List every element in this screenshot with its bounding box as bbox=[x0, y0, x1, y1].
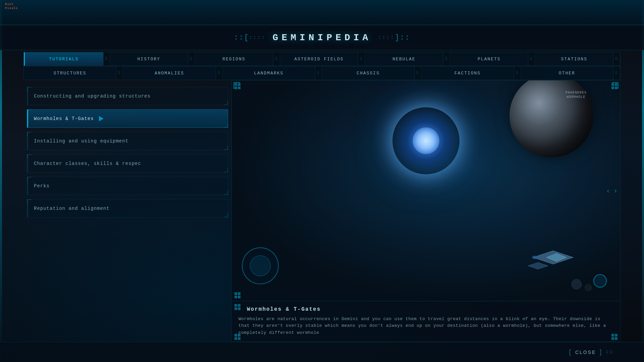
tab-stations[interactable]: STATIONS bbox=[535, 52, 613, 66]
close-bracket-right: ] bbox=[599, 348, 602, 356]
list-item-label: Constructing and upgrading structures bbox=[34, 94, 151, 99]
title-dots-left: :::: bbox=[249, 35, 266, 40]
corner-br bbox=[224, 101, 228, 105]
tab-asteroid-fields[interactable]: ASTEROID FIELDS bbox=[280, 52, 359, 66]
list-item-reputation[interactable]: Reputation and alignment bbox=[27, 199, 228, 218]
tab-anomalies[interactable]: ANOMALIES bbox=[123, 66, 216, 80]
list-item-label: Wormholes & T-Gates bbox=[34, 116, 94, 121]
bracket-right: ]:: bbox=[395, 34, 410, 42]
sep-6: ⠿ bbox=[528, 52, 535, 66]
grid-cell bbox=[238, 337, 240, 340]
grid-cell bbox=[234, 334, 237, 337]
grid-icon-text-br bbox=[611, 334, 618, 340]
detail-text-area: Wormholes & T-Gates Wormholes are natura… bbox=[231, 301, 621, 342]
left-panel: Constructing and upgrading structures Wo… bbox=[23, 80, 231, 342]
side-bar-right bbox=[642, 0, 644, 362]
tab-history[interactable]: HISTORY bbox=[110, 52, 189, 66]
grid-cell bbox=[234, 304, 237, 307]
grid-cell bbox=[611, 334, 614, 337]
tab-planets[interactable]: PLANETS bbox=[450, 52, 529, 66]
svg-marker-3 bbox=[528, 262, 548, 269]
grid-icon-tl bbox=[234, 83, 240, 89]
list-item-character[interactable]: Character classes, skills & respec bbox=[27, 154, 228, 173]
nav-row-2: STRUCTURES ⠿ ANOMALIES ⠿ LANDMARKS ⠿ CHA… bbox=[23, 66, 621, 80]
detail-title: Wormholes & T-Gates bbox=[247, 306, 613, 312]
ships-svg bbox=[526, 241, 580, 274]
grid-cell bbox=[234, 83, 237, 86]
grid-cell bbox=[615, 334, 618, 337]
grid-cell bbox=[611, 83, 614, 86]
list-item-equipment[interactable]: Installing and using equipment bbox=[27, 132, 228, 150]
close-dots: ⠿⠿ bbox=[606, 350, 614, 355]
grid-cell bbox=[234, 307, 237, 310]
grid-icon-bl bbox=[234, 292, 240, 298]
grid-cell bbox=[611, 86, 614, 89]
grid-cell bbox=[615, 86, 618, 89]
right-panel: PHAENERES WORMHOLE bbox=[231, 80, 621, 342]
list-item-label: Installing and using equipment bbox=[34, 138, 128, 144]
nav-row-1: TUTORIALS ⠿ HISTORY ⠿ REGIONS ⠿ ASTEROID… bbox=[23, 52, 621, 66]
sep2-4: ⠿ bbox=[415, 66, 421, 80]
sep2-5: ⠿ bbox=[514, 66, 521, 80]
logo-line1: Riot bbox=[5, 3, 18, 7]
list-item-construct[interactable]: Constructing and upgrading structures bbox=[27, 87, 228, 105]
sep-2: ⠿ bbox=[188, 52, 195, 66]
tab-factions[interactable]: FACTIONS bbox=[421, 66, 514, 80]
close-bracket-left: [ bbox=[569, 348, 572, 356]
detail-image: PHAENERES WORMHOLE bbox=[231, 80, 621, 301]
grid-cell bbox=[238, 304, 240, 307]
corner-br bbox=[224, 168, 228, 172]
list-item-label: Perks bbox=[34, 183, 50, 189]
sep2-3: ⠿ bbox=[315, 66, 322, 80]
grid-cell bbox=[611, 337, 614, 340]
bracket-left: ::[ bbox=[234, 34, 249, 42]
close-label: CLOSE bbox=[575, 350, 596, 355]
tab-structures[interactable]: STRUCTURES bbox=[24, 66, 116, 80]
tab-chassis[interactable]: CHASSIS bbox=[322, 66, 415, 80]
grid-cell bbox=[238, 296, 240, 298]
tab-landmarks[interactable]: LANDMARKS bbox=[223, 66, 315, 80]
sep2-1: ⠿ bbox=[116, 66, 123, 80]
grid-cell bbox=[615, 337, 618, 340]
tab-nebulae[interactable]: NEBULAE bbox=[365, 52, 443, 66]
svg-point-2 bbox=[532, 256, 537, 259]
content-area: Constructing and upgrading structures Wo… bbox=[23, 80, 621, 342]
list-item-label: Character classes, skills & respec bbox=[34, 161, 141, 166]
detail-body: Wormholes are natural occurrences in Gem… bbox=[238, 316, 613, 337]
grid-cell bbox=[234, 86, 237, 89]
tab-other[interactable]: OTHER bbox=[521, 66, 613, 80]
sep-7: ⠿ bbox=[613, 52, 620, 66]
nav-arrows[interactable]: ‹ › bbox=[606, 187, 618, 194]
close-button[interactable]: [ CLOSE ] ⠿⠿ bbox=[562, 346, 621, 359]
sep-4: ⠿ bbox=[358, 52, 365, 66]
logo-line2: Pixels bbox=[5, 7, 18, 11]
cursor-arrow-icon bbox=[99, 116, 104, 121]
list-item-wormholes[interactable]: Wormholes & T-Gates bbox=[27, 109, 228, 128]
label-line2: WORMHOLE bbox=[566, 95, 587, 99]
header-section: ::[ :::: GEMINIPEDIA :::: ]:: bbox=[0, 25, 644, 50]
bottom-bar: [ CLOSE ] ⠿⠿ bbox=[0, 342, 644, 362]
nav-sphere bbox=[242, 247, 279, 284]
main-title: GEMINIPEDIA bbox=[273, 33, 372, 43]
list-item-label: Reputation and alignment bbox=[34, 206, 110, 211]
next-arrow-icon[interactable]: › bbox=[613, 187, 618, 194]
corner-br bbox=[224, 123, 228, 127]
grid-cell bbox=[238, 83, 240, 86]
corner-br bbox=[224, 146, 228, 150]
grid-cell bbox=[238, 307, 240, 310]
corner-br bbox=[224, 213, 228, 217]
grid-cell bbox=[238, 334, 240, 337]
grid-cell bbox=[238, 292, 240, 295]
svg-point-5 bbox=[585, 284, 592, 291]
corner-br bbox=[224, 191, 228, 195]
prev-arrow-icon[interactable]: ‹ bbox=[606, 187, 610, 194]
target-circle bbox=[593, 274, 607, 288]
grid-cell bbox=[234, 292, 237, 295]
grid-cell bbox=[234, 337, 237, 340]
sep2-2: ⠿ bbox=[216, 66, 223, 80]
tab-regions[interactable]: REGIONS bbox=[195, 52, 273, 66]
sep2-6: ⠿ bbox=[613, 66, 620, 80]
sep-5: ⠿ bbox=[443, 52, 450, 66]
tab-tutorials[interactable]: TUTORIALS bbox=[24, 52, 103, 66]
list-item-perks[interactable]: Perks bbox=[27, 177, 228, 195]
